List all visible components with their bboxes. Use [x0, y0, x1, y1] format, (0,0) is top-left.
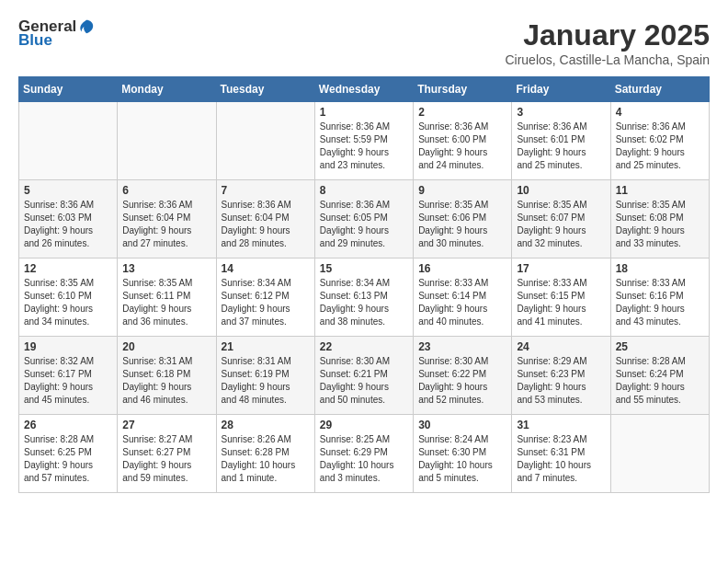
- day-number: 31: [517, 419, 605, 431]
- week-row-5: 26Sunrise: 8:28 AM Sunset: 6:25 PM Dayli…: [19, 415, 710, 493]
- day-cell: 2Sunrise: 8:36 AM Sunset: 6:00 PM Daylig…: [414, 102, 512, 180]
- day-cell: 19Sunrise: 8:32 AM Sunset: 6:17 PM Dayli…: [19, 337, 118, 415]
- day-number: 28: [222, 419, 310, 431]
- day-cell: 3Sunrise: 8:36 AM Sunset: 6:01 PM Daylig…: [512, 102, 610, 180]
- day-cell: 13Sunrise: 8:35 AM Sunset: 6:11 PM Dayli…: [118, 259, 216, 337]
- day-cell: 1Sunrise: 8:36 AM Sunset: 5:59 PM Daylig…: [314, 102, 413, 180]
- week-row-2: 5Sunrise: 8:36 AM Sunset: 6:03 PM Daylig…: [19, 180, 710, 259]
- day-info: Sunrise: 8:35 AM Sunset: 6:07 PM Dayligh…: [517, 199, 605, 250]
- day-cell: 9Sunrise: 8:35 AM Sunset: 6:06 PM Daylig…: [414, 180, 512, 259]
- day-info: Sunrise: 8:35 AM Sunset: 6:10 PM Dayligh…: [24, 277, 112, 328]
- day-cell: 15Sunrise: 8:34 AM Sunset: 6:13 PM Dayli…: [314, 259, 413, 337]
- logo-text: General Blue: [18, 18, 98, 49]
- header-cell-monday: Monday: [118, 77, 216, 102]
- week-row-3: 12Sunrise: 8:35 AM Sunset: 6:10 PM Dayli…: [19, 259, 710, 337]
- day-number: 25: [616, 340, 704, 353]
- day-info: Sunrise: 8:30 AM Sunset: 6:21 PM Dayligh…: [320, 355, 408, 407]
- day-cell: 12Sunrise: 8:35 AM Sunset: 6:10 PM Dayli…: [19, 259, 118, 337]
- day-info: Sunrise: 8:35 AM Sunset: 6:08 PM Dayligh…: [616, 199, 704, 250]
- calendar-header: SundayMondayTuesdayWednesdayThursdayFrid…: [19, 77, 710, 102]
- day-info: Sunrise: 8:26 AM Sunset: 6:28 PM Dayligh…: [222, 433, 310, 485]
- day-number: 20: [122, 340, 210, 353]
- day-cell: [610, 415, 709, 493]
- header-cell-thursday: Thursday: [414, 77, 512, 102]
- day-cell: 4Sunrise: 8:36 AM Sunset: 6:02 PM Daylig…: [610, 102, 709, 180]
- day-cell: 14Sunrise: 8:34 AM Sunset: 6:12 PM Dayli…: [216, 259, 314, 337]
- day-info: Sunrise: 8:28 AM Sunset: 6:24 PM Dayligh…: [616, 355, 704, 407]
- day-number: 14: [222, 262, 310, 275]
- day-number: 19: [24, 340, 112, 353]
- day-number: 11: [616, 184, 704, 197]
- day-number: 30: [418, 419, 506, 431]
- day-cell: 16Sunrise: 8:33 AM Sunset: 6:14 PM Dayli…: [414, 259, 512, 337]
- header-cell-saturday: Saturday: [610, 77, 709, 102]
- day-number: 29: [320, 419, 408, 431]
- calendar-subtitle: Ciruelos, Castille-La Mancha, Spain: [505, 52, 710, 67]
- day-number: 15: [320, 262, 408, 275]
- day-info: Sunrise: 8:27 AM Sunset: 6:27 PM Dayligh…: [122, 433, 210, 485]
- day-info: Sunrise: 8:36 AM Sunset: 6:05 PM Dayligh…: [320, 199, 408, 250]
- day-cell: [216, 102, 314, 180]
- day-number: 5: [24, 184, 112, 197]
- calendar-title: January 2025: [505, 18, 710, 52]
- header-cell-sunday: Sunday: [19, 77, 118, 102]
- day-cell: 29Sunrise: 8:25 AM Sunset: 6:29 PM Dayli…: [314, 415, 413, 493]
- day-cell: 21Sunrise: 8:31 AM Sunset: 6:19 PM Dayli…: [216, 337, 314, 415]
- day-info: Sunrise: 8:36 AM Sunset: 6:04 PM Dayligh…: [222, 199, 310, 250]
- day-info: Sunrise: 8:33 AM Sunset: 6:14 PM Dayligh…: [418, 277, 506, 328]
- day-info: Sunrise: 8:36 AM Sunset: 6:03 PM Dayligh…: [24, 199, 112, 250]
- day-number: 10: [517, 184, 605, 197]
- day-info: Sunrise: 8:35 AM Sunset: 6:11 PM Dayligh…: [122, 277, 210, 328]
- day-info: Sunrise: 8:34 AM Sunset: 6:12 PM Dayligh…: [222, 277, 310, 328]
- day-cell: 5Sunrise: 8:36 AM Sunset: 6:03 PM Daylig…: [19, 180, 118, 259]
- day-info: Sunrise: 8:36 AM Sunset: 5:59 PM Dayligh…: [320, 121, 408, 172]
- day-info: Sunrise: 8:33 AM Sunset: 6:16 PM Dayligh…: [616, 277, 704, 328]
- day-info: Sunrise: 8:33 AM Sunset: 6:15 PM Dayligh…: [517, 277, 605, 328]
- day-cell: 23Sunrise: 8:30 AM Sunset: 6:22 PM Dayli…: [414, 337, 512, 415]
- day-cell: 10Sunrise: 8:35 AM Sunset: 6:07 PM Dayli…: [512, 180, 610, 259]
- day-number: 12: [24, 262, 112, 275]
- calendar-body: 1Sunrise: 8:36 AM Sunset: 5:59 PM Daylig…: [19, 102, 710, 493]
- day-number: 16: [418, 262, 506, 275]
- logo-blue: Blue: [18, 32, 98, 50]
- day-cell: 22Sunrise: 8:30 AM Sunset: 6:21 PM Dayli…: [314, 337, 413, 415]
- day-info: Sunrise: 8:36 AM Sunset: 6:02 PM Dayligh…: [616, 121, 704, 172]
- day-number: 23: [418, 340, 506, 353]
- day-info: Sunrise: 8:24 AM Sunset: 6:30 PM Dayligh…: [418, 433, 506, 485]
- day-cell: [118, 102, 216, 180]
- week-row-1: 1Sunrise: 8:36 AM Sunset: 5:59 PM Daylig…: [19, 102, 710, 180]
- day-info: Sunrise: 8:35 AM Sunset: 6:06 PM Dayligh…: [418, 199, 506, 250]
- day-info: Sunrise: 8:32 AM Sunset: 6:17 PM Dayligh…: [24, 355, 112, 407]
- day-cell: 8Sunrise: 8:36 AM Sunset: 6:05 PM Daylig…: [314, 180, 413, 259]
- day-cell: 11Sunrise: 8:35 AM Sunset: 6:08 PM Dayli…: [610, 180, 709, 259]
- day-number: 8: [320, 184, 408, 197]
- day-cell: 26Sunrise: 8:28 AM Sunset: 6:25 PM Dayli…: [19, 415, 118, 493]
- day-number: 3: [517, 106, 605, 119]
- day-cell: 25Sunrise: 8:28 AM Sunset: 6:24 PM Dayli…: [610, 337, 709, 415]
- day-cell: 7Sunrise: 8:36 AM Sunset: 6:04 PM Daylig…: [216, 180, 314, 259]
- day-info: Sunrise: 8:36 AM Sunset: 6:00 PM Dayligh…: [418, 121, 506, 172]
- page-header: General Blue January 2025 Ciruelos, Cast…: [18, 18, 710, 67]
- day-info: Sunrise: 8:29 AM Sunset: 6:23 PM Dayligh…: [517, 355, 605, 407]
- day-info: Sunrise: 8:34 AM Sunset: 6:13 PM Dayligh…: [320, 277, 408, 328]
- day-info: Sunrise: 8:31 AM Sunset: 6:19 PM Dayligh…: [222, 355, 310, 407]
- day-info: Sunrise: 8:31 AM Sunset: 6:18 PM Dayligh…: [122, 355, 210, 407]
- day-number: 18: [616, 262, 704, 275]
- day-info: Sunrise: 8:23 AM Sunset: 6:31 PM Dayligh…: [517, 433, 605, 485]
- day-info: Sunrise: 8:30 AM Sunset: 6:22 PM Dayligh…: [418, 355, 506, 407]
- logo: General Blue: [18, 18, 98, 49]
- header-cell-friday: Friday: [512, 77, 610, 102]
- day-info: Sunrise: 8:36 AM Sunset: 6:01 PM Dayligh…: [517, 121, 605, 172]
- day-cell: 20Sunrise: 8:31 AM Sunset: 6:18 PM Dayli…: [118, 337, 216, 415]
- day-cell: 31Sunrise: 8:23 AM Sunset: 6:31 PM Dayli…: [512, 415, 610, 493]
- day-number: 17: [517, 262, 605, 275]
- day-number: 26: [24, 419, 112, 431]
- day-cell: 18Sunrise: 8:33 AM Sunset: 6:16 PM Dayli…: [610, 259, 709, 337]
- day-cell: [19, 102, 118, 180]
- day-number: 22: [320, 340, 408, 353]
- day-number: 9: [418, 184, 506, 197]
- day-cell: 17Sunrise: 8:33 AM Sunset: 6:15 PM Dayli…: [512, 259, 610, 337]
- day-number: 4: [616, 106, 704, 119]
- day-number: 1: [320, 106, 408, 119]
- title-block: January 2025 Ciruelos, Castille-La Manch…: [505, 18, 710, 67]
